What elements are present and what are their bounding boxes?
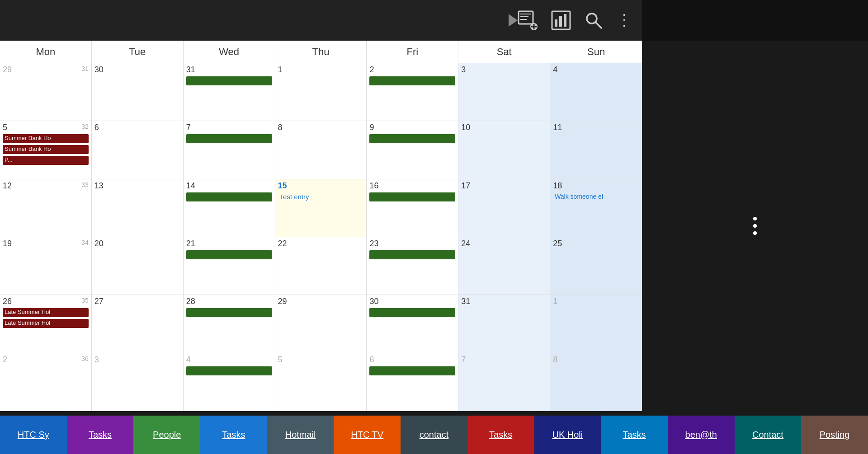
calendar-cell[interactable]: 9 — [367, 121, 458, 178]
calendar-event[interactable] — [186, 308, 272, 317]
cell-date-number: 2 — [369, 65, 374, 74]
search-icon[interactable] — [585, 11, 603, 29]
calendar-event[interactable]: Walk someone el — [553, 192, 639, 201]
calendar-cell[interactable]: 5 — [275, 353, 367, 411]
calendar-cell[interactable]: 4 — [550, 63, 642, 121]
calendar-cell[interactable]: 28 — [184, 295, 275, 352]
calendar-cell[interactable]: 31 — [458, 295, 550, 352]
calendar-cell[interactable]: 20 — [92, 237, 184, 295]
calendar-event[interactable]: Summer Bank Ho — [3, 134, 89, 143]
calendar-event[interactable] — [186, 192, 272, 201]
day-header-sun: Sun — [550, 41, 642, 63]
calendar-grid: 293130311234532Summer Bank HoSummer Bank… — [0, 63, 642, 411]
calendar-cell[interactable]: 29 — [275, 295, 367, 352]
calendar-cell[interactable]: 30 — [92, 63, 184, 121]
cell-date-number: 8 — [553, 355, 557, 364]
cell-date-number: 23 — [369, 239, 378, 248]
add-event-icon[interactable] — [518, 10, 538, 30]
calendar-week-row: 532Summer Bank HoSummer Bank HoP...67891… — [0, 121, 642, 179]
tab-item-hotmail[interactable]: Hotmail — [267, 416, 334, 454]
cell-date-number: 30 — [369, 297, 378, 306]
tab-item-htcsy[interactable]: HTC Sy — [0, 416, 67, 454]
calendar-cell[interactable]: 1934 — [0, 237, 92, 295]
svg-rect-0 — [519, 11, 533, 24]
tab-item-posting[interactable]: Posting — [801, 416, 868, 454]
cell-date-number: 25 — [553, 239, 562, 248]
calendar-cell[interactable]: 4 — [184, 353, 275, 411]
tab-item-tasks[interactable]: Tasks — [601, 416, 668, 454]
calendar-cell[interactable]: 15Test entry — [275, 179, 367, 237]
calendar-cell[interactable]: 21 — [184, 237, 275, 295]
calendar-event[interactable] — [369, 366, 455, 375]
calendar-cell[interactable]: 16 — [367, 179, 458, 237]
calendar-cell[interactable]: 2 — [367, 63, 458, 121]
svg-rect-8 — [555, 19, 557, 27]
calendar-event[interactable] — [369, 250, 455, 259]
calendar-cell[interactable]: 2635Late Summer HolLate Summer Hol — [0, 295, 92, 352]
calendar-cell[interactable]: 1 — [550, 295, 642, 352]
calendar-event[interactable] — [369, 192, 455, 201]
calendar-cell[interactable]: 6 — [92, 121, 184, 178]
more-options-icon[interactable]: ⋮ — [616, 11, 633, 30]
calendar-cell[interactable]: 7 — [458, 353, 550, 411]
calendar-cell[interactable]: 1 — [275, 63, 367, 121]
calendar-event[interactable] — [186, 366, 272, 375]
calendar-cell[interactable]: 22 — [275, 237, 367, 295]
calendar-cell[interactable]: 1233 — [0, 179, 92, 237]
calendar-event[interactable] — [369, 308, 455, 317]
calendar-cell[interactable]: 10 — [458, 121, 550, 178]
tab-item-contact[interactable]: contact — [401, 416, 467, 454]
calendar-cell[interactable]: 31 — [184, 63, 275, 121]
cell-date-number: 10 — [461, 123, 470, 132]
cell-week-number: 34 — [81, 239, 89, 246]
calendar-cell[interactable]: 17 — [458, 179, 550, 237]
calendar-event[interactable]: Late Summer Hol — [3, 319, 89, 328]
calendar-cell[interactable]: 532Summer Bank HoSummer Bank HoP... — [0, 121, 92, 178]
calendar-cell[interactable]: 6 — [367, 353, 458, 411]
calendar-cell[interactable]: 11 — [550, 121, 642, 178]
calendar-cell[interactable]: 25 — [550, 237, 642, 295]
tab-item-tasks[interactable]: Tasks — [467, 416, 534, 454]
calendar-cell[interactable]: 23 — [367, 237, 458, 295]
cell-date-number: 1 — [278, 65, 283, 74]
tab-item-people[interactable]: People — [133, 416, 200, 454]
tab-item-tasks[interactable]: Tasks — [67, 416, 134, 454]
calendar-cell[interactable]: 14 — [184, 179, 275, 237]
calendar-event[interactable]: Test entry — [278, 192, 364, 201]
cell-date-number: 9 — [369, 123, 374, 132]
cell-date-number: 21 — [186, 239, 195, 248]
calendar-cell[interactable]: 18Walk someone el — [550, 179, 642, 237]
cell-date-number: 6 — [94, 123, 99, 132]
cell-date-number: 18 — [553, 181, 562, 190]
chart-icon[interactable] — [551, 10, 571, 30]
calendar-event[interactable] — [369, 76, 455, 85]
calendar-event[interactable] — [186, 134, 272, 143]
calendar-cell[interactable]: 30 — [367, 295, 458, 352]
calendar-cell[interactable]: 3 — [92, 353, 184, 411]
calendar-cell[interactable]: 236 — [0, 353, 92, 411]
cell-date-number: 30 — [94, 65, 104, 74]
calendar-event[interactable]: P... — [3, 156, 89, 165]
calendar-cell[interactable]: 7 — [184, 121, 275, 178]
tab-item-tasks[interactable]: Tasks — [200, 416, 267, 454]
calendar-cell[interactable]: 27 — [92, 295, 184, 352]
calendar-cell[interactable]: 8 — [550, 353, 642, 411]
tab-item-ukholi[interactable]: UK Holi — [534, 416, 601, 454]
calendar-cell[interactable]: 13 — [92, 179, 184, 237]
calendar-cell[interactable]: 2931 — [0, 63, 92, 121]
calendar-event[interactable]: Late Summer Hol — [3, 308, 89, 317]
calendar-cell[interactable]: 3 — [458, 63, 550, 121]
calendar-cell[interactable]: 24 — [458, 237, 550, 295]
calendar-week-row: 1934202122232425 — [0, 237, 642, 295]
tab-item-contact[interactable]: Contact — [735, 416, 802, 454]
calendar-event[interactable] — [369, 134, 455, 143]
vertical-dots-icon — [753, 217, 757, 235]
calendar-event[interactable]: Summer Bank Ho — [3, 145, 89, 154]
tab-item-benth[interactable]: ben@th — [668, 416, 735, 454]
calendar-event[interactable] — [186, 76, 272, 85]
calendar-week-row: 1233131415Test entry161718Walk someone e… — [0, 179, 642, 237]
calendar-event[interactable] — [186, 250, 272, 259]
calendar-cell[interactable]: 8 — [275, 121, 367, 178]
next-arrow-icon[interactable] — [509, 14, 518, 27]
tab-item-htctv[interactable]: HTC TV — [334, 416, 401, 454]
